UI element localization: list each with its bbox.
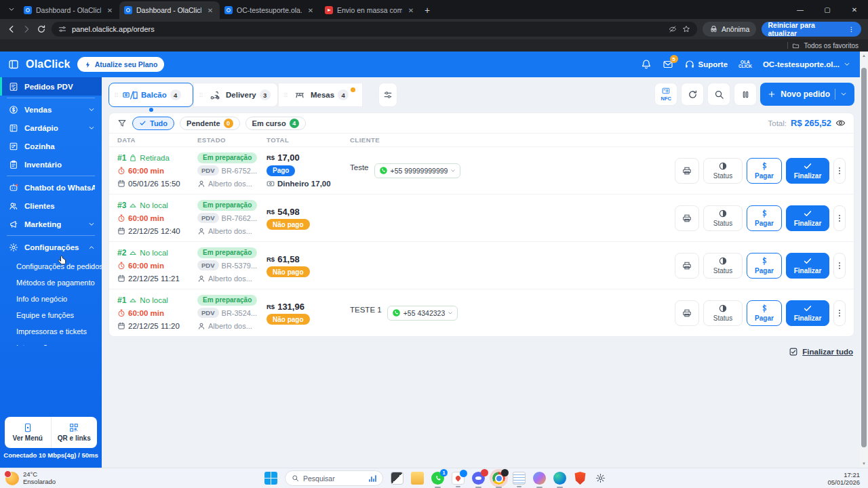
all-bookmarks-label[interactable]: Todos os favoritos	[804, 42, 859, 49]
account-menu[interactable]: OC-testesuporte.ol...	[763, 60, 850, 68]
status-button[interactable]: Status	[703, 158, 743, 184]
minimize-icon[interactable]: —	[787, 0, 814, 19]
search-button[interactable]	[707, 83, 730, 106]
browser-tab[interactable]: Envio en massa com IA - YouTu ✕	[320, 1, 420, 19]
sidebar-item[interactable]: Configurações	[0, 238, 102, 256]
refresh-button[interactable]	[681, 83, 704, 106]
weather-widget[interactable]: 24°CEnsolarado	[0, 471, 102, 485]
order-row[interactable]: #3 No local 60:00 min 22/12/25 12:40	[109, 194, 854, 241]
finish-button[interactable]: Finalizar	[786, 158, 829, 184]
taskbar-clock[interactable]: 17:2105/01/2026	[827, 471, 868, 486]
view-menu-button[interactable]: Ver Menú	[5, 417, 51, 448]
url-text[interactable]: panel.olaclick.app/orders	[72, 25, 155, 33]
browser-tab[interactable]: OC-testesuporte.ola.click - Peç ✕	[220, 1, 320, 19]
drag-handle-icon[interactable]	[113, 91, 119, 99]
reload-icon[interactable]	[37, 24, 46, 34]
submenu-item[interactable]: Integrações	[0, 340, 102, 346]
submenu-item[interactable]: Métodos de pagamento	[0, 274, 102, 291]
pause-button[interactable]	[734, 83, 757, 106]
browser-tab[interactable]: Dashboard - OlaClick ✕	[19, 1, 119, 19]
notepad-icon[interactable]	[513, 472, 526, 485]
print-button[interactable]	[675, 158, 699, 184]
chrome-icon[interactable]	[492, 472, 505, 485]
tune-icon[interactable]	[58, 25, 66, 33]
drag-handle-icon[interactable]	[283, 91, 289, 99]
print-button[interactable]	[675, 205, 699, 231]
sidebar-item[interactable]: Clientes	[0, 197, 102, 215]
bookmark-star-icon[interactable]	[682, 25, 690, 33]
scrollbar-thumb[interactable]	[861, 68, 867, 447]
sidebar-item[interactable]: Cozinha	[0, 137, 102, 155]
status-button[interactable]: Status	[703, 300, 743, 326]
print-button[interactable]	[675, 300, 699, 326]
row-menu-button[interactable]	[833, 205, 846, 231]
page-scrollbar[interactable]: ▲ ▼	[860, 52, 868, 468]
brave-icon[interactable]	[574, 472, 587, 485]
pay-button[interactable]: Pagar	[747, 300, 782, 326]
tab-close-icon[interactable]: ✕	[205, 5, 215, 15]
submenu-item[interactable]: Configurações de pedidos	[0, 258, 102, 274]
task-view-icon[interactable]	[391, 472, 403, 485]
whatsapp-icon[interactable]: 1	[431, 472, 444, 485]
sidebar-item[interactable]: Chatbot do WhatsApp	[0, 178, 102, 197]
copilot-icon[interactable]	[533, 472, 546, 485]
nfc-button[interactable]: NFC	[654, 83, 677, 106]
status-button[interactable]: Status	[703, 253, 743, 279]
print-button[interactable]	[675, 253, 699, 279]
sidebar-item[interactable]: Inventário	[0, 155, 102, 174]
sidebar-item[interactable]: Marketing	[0, 215, 102, 233]
tab-close-icon[interactable]: ✕	[306, 5, 315, 15]
tab-settings-button[interactable]	[378, 83, 397, 107]
filter-funnel-icon[interactable]	[117, 119, 127, 128]
forward-icon[interactable]	[22, 24, 31, 34]
bell-icon[interactable]	[641, 59, 652, 70]
row-menu-button[interactable]	[833, 300, 846, 326]
row-menu-button[interactable]	[833, 253, 846, 279]
sidebar-toggle-icon[interactable]	[8, 59, 19, 70]
order-tab[interactable]: Delivery 3	[193, 83, 278, 107]
restore-icon[interactable]: ▢	[814, 0, 841, 19]
maps-icon[interactable]	[452, 472, 465, 485]
menu-dots-icon[interactable]	[848, 26, 855, 33]
order-tab[interactable]: Balcão 4	[108, 83, 193, 107]
tab-close-icon[interactable]: ✕	[406, 5, 416, 15]
pay-button[interactable]: Pagar	[747, 253, 782, 279]
discord-icon[interactable]	[472, 472, 485, 485]
browser-tab[interactable]: Dashboard - OlaClick ✕	[119, 1, 220, 19]
filter-pill[interactable]: Pendente 0	[180, 117, 240, 130]
finalize-all-link[interactable]: Finalizar tudo	[789, 347, 853, 357]
start-button-icon[interactable]	[264, 472, 277, 485]
sidebar-item[interactable]: Pedidos PDV	[0, 77, 102, 96]
eye-off-icon[interactable]	[669, 25, 677, 33]
order-tab[interactable]: Mesas 4	[278, 83, 363, 107]
filter-pill[interactable]: Em curso 4	[245, 117, 306, 130]
finish-button[interactable]: Finalizar	[786, 205, 829, 231]
submenu-item[interactable]: Info do negócio	[0, 291, 102, 307]
upgrade-plan-button[interactable]: Atualize seu Plano	[77, 57, 165, 72]
support-button[interactable]: Suporte	[684, 59, 728, 70]
scroll-up-icon[interactable]: ▲	[862, 52, 866, 60]
settings-icon[interactable]	[594, 472, 607, 485]
address-bar[interactable]: panel.olaclick.app/orders	[52, 22, 697, 37]
finish-button[interactable]: Finalizar	[786, 300, 829, 326]
row-menu-button[interactable]	[833, 158, 846, 184]
sidebar-item[interactable]: Cardápio	[0, 119, 102, 137]
file-explorer-icon[interactable]	[411, 472, 424, 485]
client-phone-dropdown[interactable]: +55 99999999999	[374, 163, 461, 178]
tab-close-icon[interactable]: ✕	[105, 5, 115, 15]
submenu-item[interactable]: Equipe e funções	[0, 307, 102, 323]
order-row[interactable]: #1 Retirada 60:00 min 05/01/26 15:50	[109, 146, 854, 194]
close-icon[interactable]: ✕	[841, 0, 868, 19]
new-order-button[interactable]: Novo pedido	[760, 83, 854, 106]
drag-handle-icon[interactable]	[198, 91, 204, 99]
edge-icon[interactable]	[553, 472, 566, 485]
filter-pill[interactable]: Tudo	[132, 117, 174, 130]
inbox-button[interactable]: 5	[663, 59, 673, 70]
new-tab-icon[interactable]: +	[425, 5, 430, 16]
tab-search-chevron-icon[interactable]	[4, 2, 19, 17]
order-row[interactable]: #1 No local 60:00 min 22/12/25 11:20	[109, 289, 854, 336]
pay-button[interactable]: Pagar	[747, 205, 782, 231]
taskbar-search[interactable]: Pesquisar	[285, 470, 383, 486]
order-row[interactable]: #2 No local 60:00 min 22/12/25 11:21	[109, 241, 854, 289]
pay-button[interactable]: Pagar	[747, 158, 782, 184]
